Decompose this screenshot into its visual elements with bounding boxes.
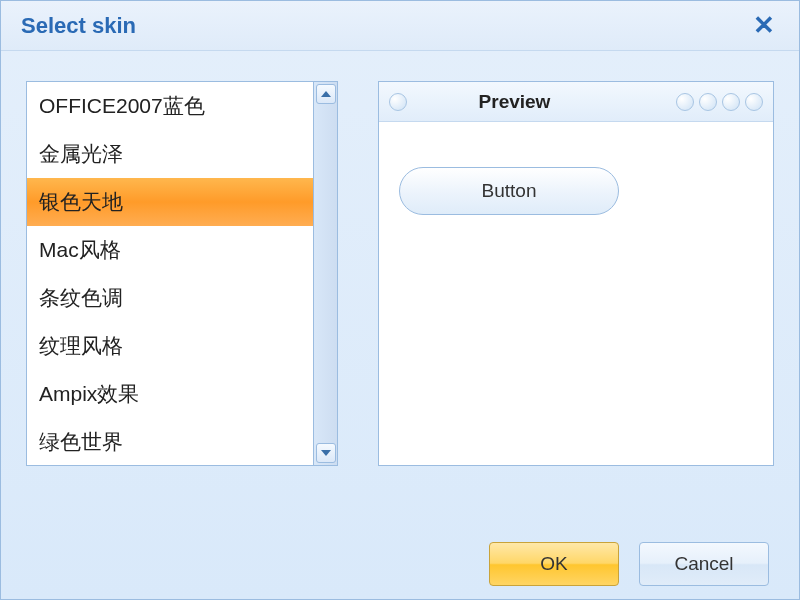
preview-panel: Preview Button (378, 81, 774, 466)
list-item[interactable]: 条纹色调 (27, 274, 313, 322)
list-item[interactable]: 纹理风格 (27, 322, 313, 370)
list-item[interactable]: 绿色世界 (27, 418, 313, 465)
window-title: Select skin (21, 13, 136, 39)
preview-body: Button (379, 122, 773, 465)
skin-list: OFFICE2007蓝色 金属光泽 银色天地 Mac风格 条纹色调 纹理风格 A… (26, 81, 338, 466)
list-item[interactable]: 金属光泽 (27, 130, 313, 178)
close-icon[interactable]: ✕ (749, 11, 779, 41)
dot-icon (722, 93, 740, 111)
scroll-down-button[interactable] (316, 443, 336, 463)
ok-button[interactable]: OK (489, 542, 619, 586)
arrow-down-icon (321, 450, 331, 456)
skin-list-items: OFFICE2007蓝色 金属光泽 银色天地 Mac风格 条纹色调 纹理风格 A… (27, 82, 313, 465)
dialog-footer: OK Cancel (1, 529, 799, 599)
arrow-up-icon (321, 91, 331, 97)
cancel-button[interactable]: Cancel (639, 542, 769, 586)
list-item[interactable]: Mac风格 (27, 226, 313, 274)
scrollbar[interactable] (313, 82, 337, 465)
preview-header-dots (676, 93, 763, 111)
dot-icon (699, 93, 717, 111)
content-area: OFFICE2007蓝色 金属光泽 银色天地 Mac风格 条纹色调 纹理风格 A… (1, 51, 799, 529)
titlebar: Select skin ✕ (1, 1, 799, 51)
list-item[interactable]: Ampix效果 (27, 370, 313, 418)
preview-header: Preview (379, 82, 773, 122)
dot-icon (745, 93, 763, 111)
list-item-selected[interactable]: 银色天地 (27, 178, 313, 226)
dot-icon (676, 93, 694, 111)
skin-select-dialog: Select skin ✕ OFFICE2007蓝色 金属光泽 银色天地 Mac… (0, 0, 800, 600)
preview-sample-button[interactable]: Button (399, 167, 619, 215)
list-item[interactable]: OFFICE2007蓝色 (27, 82, 313, 130)
preview-title: Preview (353, 91, 676, 113)
scroll-up-button[interactable] (316, 84, 336, 104)
